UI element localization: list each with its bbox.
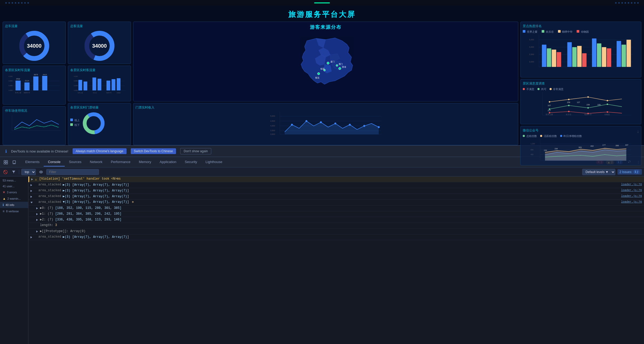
expand-last[interactable]	[31, 235, 34, 239]
dont-show-button[interactable]: Don't show again	[180, 148, 211, 154]
svg-text:107: 107	[548, 104, 551, 107]
tab-elements[interactable]: Elements	[21, 158, 44, 166]
expand-arrow-violation[interactable]	[31, 178, 35, 181]
tab-performance[interactable]: Performance	[107, 158, 134, 166]
legend-sq-online	[70, 119, 73, 121]
console-messages: ⚠ [Violation] 'setTimeout' handler took …	[28, 176, 644, 344]
tab-application[interactable]: Application	[155, 158, 181, 166]
warning-sidebar-icon: ▲	[3, 197, 6, 200]
eye-icon[interactable]	[38, 169, 44, 175]
svg-point-50	[318, 72, 320, 75]
total-visitor-card: 总客流量 34000	[68, 22, 131, 64]
sidebar-item-info[interactable]: ℹ 40 info	[0, 202, 28, 208]
svg-rect-30	[78, 80, 82, 90]
svg-text:437: 437	[625, 144, 628, 146]
svg-text:澳门: 澳门	[339, 63, 343, 65]
expand-expanded[interactable]	[31, 201, 34, 204]
notification-icon: ℹ	[5, 149, 7, 154]
tab-memory[interactable]: Memory	[135, 158, 155, 166]
download-icon[interactable]: ↓	[637, 129, 639, 134]
expand-1[interactable]	[31, 183, 34, 187]
violation-warn-icon: ⚠	[35, 178, 39, 181]
switch-chinese-button[interactable]: Switch DevTools to Chinese	[131, 148, 176, 154]
tab-lighthouse[interactable]: Lighthouse	[201, 158, 227, 166]
filter-icon[interactable]	[11, 169, 17, 175]
svg-text:世界之窗: 世界之窗	[546, 113, 553, 116]
context-dropdown[interactable]: top	[21, 169, 36, 175]
svg-rect-9	[16, 81, 21, 90]
svg-rect-34	[107, 81, 110, 90]
sidebar-item-all-messages[interactable]: 53 mess...	[0, 178, 28, 183]
svg-text:2114: 2114	[25, 80, 29, 82]
svg-rect-141	[4, 163, 6, 164]
svg-rect-13	[33, 76, 38, 90]
legend-bad: 不满意	[523, 87, 534, 91]
arr-val-2: ▶(3) [Array(7), Array(7), Array(7)]	[63, 189, 129, 193]
levels-dropdown[interactable]: Default levels ▼	[582, 169, 615, 175]
device-toggle-icon[interactable]	[11, 159, 18, 166]
tab-network[interactable]: Network	[86, 158, 107, 166]
svg-text:234: 234	[555, 148, 558, 150]
match-language-button[interactable]: Always match Chrome's language	[73, 148, 127, 154]
console-row-violation: ⚠ [Violation] 'setTimeout' handler took …	[28, 176, 644, 182]
sidebar-item-user-messages[interactable]: 41 user...	[0, 183, 28, 189]
tab-console[interactable]: Console	[44, 158, 65, 166]
issues-badge[interactable]: 2 Issues: ℹ 2	[617, 169, 642, 175]
filter-input[interactable]	[46, 169, 99, 175]
link-3[interactable]: loader.js:76	[621, 194, 642, 198]
green-bar-decoration	[314, 2, 330, 3]
sidebar-item-warnings[interactable]: ▲ 2 warnin...	[0, 195, 28, 202]
expand-2[interactable]	[31, 189, 34, 193]
child-expand-1[interactable]	[36, 212, 40, 216]
link-1[interactable]: loader.js:76	[621, 183, 642, 186]
deco-dot	[631, 2, 632, 4]
svg-point-101	[568, 111, 570, 112]
sidebar-item-errors[interactable]: ✕ 3 errors	[0, 189, 28, 195]
legend-daily-fans: 昨日净增粉丝数	[560, 134, 582, 138]
deco-dot	[18, 2, 19, 4]
realtime-visitor-title: 各景区实时客流量	[70, 68, 129, 72]
child-expand-2[interactable]	[36, 218, 40, 222]
issues-count-badge: ℹ 2	[633, 170, 640, 174]
svg-point-111	[607, 100, 608, 101]
svg-text:109: 109	[597, 104, 601, 106]
satisfaction-legend: 不满意 尚可 非常满意	[523, 87, 639, 91]
msg-1: ▶(3) [Array(7), Array(7), Array(7)]	[63, 183, 621, 187]
child-expand-proto[interactable]	[36, 230, 40, 233]
svg-rect-95	[617, 41, 621, 67]
svg-point-67	[305, 120, 307, 122]
wechat-card: 微信公众号 ↓ 总粉丝数 活跃粉丝数 昨日净增粉丝数	[520, 126, 641, 165]
tab-sources[interactable]: Sources	[65, 158, 86, 166]
svg-text:239: 239	[586, 104, 590, 106]
center-column: 游客来源分布 香港 澳门 厦门	[133, 22, 518, 145]
clear-console-icon[interactable]: 🚫	[2, 169, 8, 175]
issues-label: 2 Issues:	[620, 170, 632, 174]
svg-text:欢乐谷: 欢乐谷	[93, 92, 97, 94]
svg-rect-91	[592, 38, 596, 67]
sidebar-item-verbose[interactable]: ≡ 8 verbose	[0, 208, 28, 214]
svg-text:217: 217	[548, 109, 551, 112]
svg-text:世界之窗: 世界之窗	[15, 92, 21, 94]
expand-3[interactable]	[31, 195, 34, 199]
svg-text:3,000: 3,000	[74, 80, 78, 82]
console-row-1: area_stacked ▶(3) [Array(7), Array(7), A…	[28, 182, 644, 188]
svg-text:香港: 香港	[342, 66, 346, 68]
msg-last: ▶(3) [Array(7), Array(7), Array(7)]	[63, 235, 642, 239]
child-msg-0: ▶0: (7) [188, 352, 100, 115, 280, 301, 3…	[40, 206, 642, 210]
top-decoration-row	[0, 0, 644, 6]
svg-text:127: 127	[577, 101, 580, 104]
svg-point-108	[549, 101, 550, 103]
svg-point-71	[363, 125, 365, 127]
link-2[interactable]: loader.js:76	[621, 189, 642, 192]
inspect-icon[interactable]	[2, 159, 9, 166]
svg-rect-85	[552, 50, 556, 67]
svg-text:3,000: 3,000	[529, 61, 534, 63]
child-expand-0[interactable]	[36, 207, 40, 210]
source-2: area_stacked	[38, 189, 61, 192]
deco-dot	[634, 2, 636, 4]
proto-text: ▶[[Prototype]]: Array(0)	[40, 229, 85, 233]
svg-text:4,000: 4,000	[74, 75, 78, 77]
tab-security[interactable]: Security	[180, 158, 201, 166]
svg-rect-89	[577, 46, 582, 67]
link-exp[interactable]: loader.js:76	[621, 200, 642, 203]
